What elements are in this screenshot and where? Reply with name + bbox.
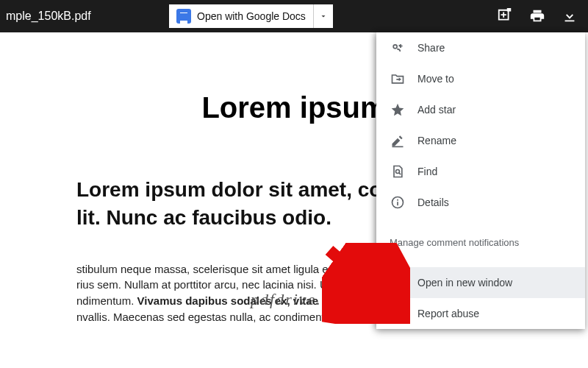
menu-item-label: Find bbox=[417, 166, 437, 177]
menu-item-open-new-window[interactable]: Open in new window bbox=[376, 267, 585, 298]
download-button[interactable] bbox=[562, 8, 578, 24]
more-actions-menu: Share Move to Add star Rename Find Detai… bbox=[376, 32, 585, 329]
open-with-button[interactable]: Open with Google Docs bbox=[169, 4, 314, 28]
svg-point-0 bbox=[393, 45, 397, 49]
open-with-group: Open with Google Docs bbox=[169, 4, 333, 28]
menu-item-find[interactable]: Find bbox=[376, 156, 585, 187]
add-to-drive-icon bbox=[497, 8, 513, 24]
menu-item-label: Details bbox=[417, 197, 449, 208]
open-in-new-icon bbox=[390, 275, 406, 291]
google-docs-icon bbox=[176, 9, 191, 24]
report-abuse-icon bbox=[390, 305, 406, 322]
menu-item-label: Share bbox=[417, 42, 445, 54]
caret-down-icon bbox=[319, 12, 328, 21]
menu-item-manage-comments[interactable]: Manage comment notifications bbox=[376, 227, 585, 258]
print-icon bbox=[529, 8, 545, 24]
menu-separator bbox=[376, 258, 585, 267]
menu-item-details[interactable]: Details bbox=[376, 187, 585, 218]
open-with-label: Open with Google Docs bbox=[197, 10, 306, 22]
add-to-drive-button[interactable] bbox=[497, 8, 513, 24]
menu-item-label: Move to bbox=[417, 73, 454, 85]
menu-item-label: Rename bbox=[417, 135, 456, 146]
menu-item-share[interactable]: Share bbox=[376, 32, 585, 63]
svg-point-3 bbox=[397, 199, 398, 201]
menu-item-label: Report abuse bbox=[417, 308, 479, 319]
share-icon bbox=[390, 40, 406, 56]
svg-rect-4 bbox=[397, 202, 398, 205]
move-icon bbox=[390, 71, 406, 87]
menu-item-report-abuse[interactable]: Report abuse bbox=[376, 298, 585, 329]
menu-item-rename[interactable]: Rename bbox=[376, 125, 585, 156]
menu-item-add-star[interactable]: Add star bbox=[376, 94, 585, 125]
print-button[interactable] bbox=[529, 8, 545, 24]
toolbar-actions bbox=[497, 8, 582, 24]
menu-separator bbox=[376, 218, 585, 227]
menu-item-label: Add star bbox=[417, 104, 456, 116]
menu-item-move-to[interactable]: Move to bbox=[376, 63, 585, 94]
open-with-dropdown-button[interactable] bbox=[314, 4, 333, 28]
find-icon bbox=[390, 163, 406, 180]
svg-point-7 bbox=[397, 316, 398, 317]
rename-icon bbox=[390, 132, 406, 149]
file-name: mple_150kB.pdf bbox=[6, 10, 91, 23]
download-icon bbox=[562, 8, 578, 24]
details-icon bbox=[390, 194, 406, 210]
star-icon bbox=[390, 102, 406, 118]
menu-item-label: Open in new window bbox=[417, 277, 512, 289]
viewer-toolbar: mple_150kB.pdf Open with Google Docs bbox=[0, 0, 588, 32]
svg-rect-6 bbox=[397, 310, 398, 315]
